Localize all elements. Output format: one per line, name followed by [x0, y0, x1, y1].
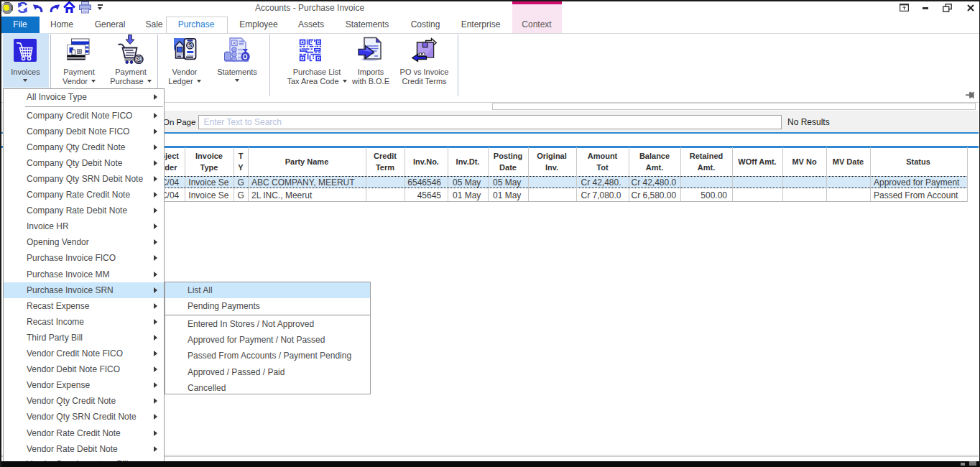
svg-text:S: S: [137, 56, 141, 63]
svg-text:S: S: [188, 42, 193, 49]
